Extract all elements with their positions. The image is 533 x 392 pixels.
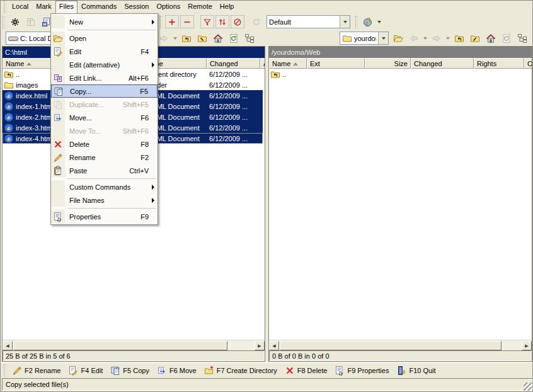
menu-item-delete[interactable]: DeleteF8: [51, 137, 158, 151]
filter-button[interactable]: [200, 15, 214, 28]
menu-item-new[interactable]: New: [51, 15, 158, 28]
sort-ascending-icon: [293, 62, 298, 66]
move-icon: [157, 366, 167, 376]
home-directory-button[interactable]: [483, 32, 498, 45]
bottombar-f4-edit[interactable]: F4 Edit: [64, 364, 106, 378]
back-arrow-dropdown[interactable]: [421, 32, 428, 45]
new-session-dropdown[interactable]: [375, 15, 382, 29]
menu-item-custom-commands[interactable]: Custom Commands: [51, 180, 158, 193]
session-combo[interactable]: Default: [266, 15, 350, 28]
root-directory-local-button[interactable]: [195, 32, 209, 45]
select-plus-button[interactable]: [165, 15, 179, 28]
menubar-item-options[interactable]: Options: [152, 1, 184, 13]
bottombar-f8-delete[interactable]: F8 Delete: [281, 364, 331, 378]
remote-directory-combo[interactable]: yourdoma: [340, 32, 389, 45]
resize-grip[interactable]: [524, 383, 532, 391]
menu-item-move[interactable]: Move...F6: [51, 111, 158, 124]
remote-path-bar[interactable]: /yourdoma/Web: [269, 47, 532, 58]
column-header-attr[interactable]: Attr: [260, 58, 265, 69]
refresh-icon: [229, 33, 239, 43]
menu-item-copy[interactable]: Copy...F5: [51, 84, 158, 98]
menu-item-file-names[interactable]: File Names: [51, 193, 158, 207]
column-header-rights[interactable]: Rights: [474, 58, 524, 69]
column-header-changed[interactable]: Changed: [411, 58, 474, 69]
directory-tree-button[interactable]: [242, 32, 256, 45]
bottombar-f5-copy[interactable]: F5 Copy: [106, 364, 153, 378]
column-header-name[interactable]: Name: [269, 58, 307, 69]
scroll-right-button[interactable]: ▶: [255, 341, 265, 350]
toolbar-grip[interactable]: [355, 16, 358, 28]
new-session-button[interactable]: [360, 15, 375, 29]
directory-tree-button[interactable]: [515, 32, 529, 45]
menubar-item-help[interactable]: Help: [216, 1, 238, 13]
scroll-thumb[interactable]: [280, 341, 501, 350]
forward-arrow-button[interactable]: [156, 32, 171, 45]
synchronize-selection-button[interactable]: [215, 15, 229, 28]
menubar-item-local[interactable]: Local: [8, 1, 32, 13]
menubar-item-commands[interactable]: Commands: [77, 1, 120, 13]
toolbar-grip[interactable]: [3, 16, 5, 28]
file-name: index-4.html: [16, 135, 54, 142]
open-directory-button[interactable]: [391, 32, 405, 45]
root-directory-remote-button[interactable]: [467, 32, 482, 45]
preferences-gear-button[interactable]: [8, 15, 22, 29]
function-key-buttons: F2 RenameF4 EditF5 CopyF6 MoveF7 Create …: [8, 364, 440, 378]
file-row-..[interactable]: ..: [269, 69, 524, 79]
remote-status-text: 0 B of 0 B in 0 of 0: [272, 352, 330, 360]
toolbar-grip[interactable]: [4, 364, 6, 377]
menu-item-edit-alternative[interactable]: Edit (alternative): [51, 58, 158, 71]
menubar-item-mark[interactable]: Mark: [32, 1, 55, 13]
column-header-size[interactable]: Size: [365, 58, 411, 69]
forward-arrow-dropdown[interactable]: [171, 32, 178, 45]
bottombar-f9-properties[interactable]: F9 Properties: [331, 364, 393, 378]
menu-item-rename[interactable]: RenameF2: [51, 151, 158, 164]
scroll-left-button[interactable]: ◀: [269, 341, 279, 350]
home-directory-icon: [486, 33, 496, 43]
file-name: index-1.html: [16, 103, 54, 110]
local-hscrollbar[interactable]: ◀ ▶: [3, 340, 265, 350]
unselect-minus-button[interactable]: [180, 15, 194, 28]
menu-item-edit-link[interactable]: Edit Link...Alt+F6: [51, 71, 158, 84]
menubar-grip[interactable]: [4, 1, 6, 13]
menubar-item-files[interactable]: Files: [55, 1, 77, 13]
local-nav-buttons: [156, 32, 257, 45]
bottombar-f7-create-directory[interactable]: F7 Create Directory: [200, 364, 281, 378]
unselect-all-button[interactable]: [231, 15, 244, 28]
scroll-right-button[interactable]: ▶: [522, 341, 532, 350]
cell-changed: 6/12/2009 ...: [207, 90, 260, 101]
column-header-changed[interactable]: Changed: [207, 58, 260, 69]
remote-directory-combo-dropdown[interactable]: [378, 32, 388, 44]
session-combo-dropdown[interactable]: [340, 16, 350, 28]
column-header-name[interactable]: Name: [3, 58, 58, 69]
menu-bar: LocalMarkFilesCommandsSessionOptionsRemo…: [1, 1, 532, 13]
column-header-owner[interactable]: Owner: [524, 58, 532, 69]
menu-item-open[interactable]: Open: [51, 32, 158, 45]
forward-arrow-button[interactable]: [429, 32, 444, 45]
refresh-button[interactable]: [499, 32, 513, 45]
menubar-item-session[interactable]: Session: [120, 1, 152, 13]
refresh-button[interactable]: [226, 32, 241, 45]
menu-item-paste[interactable]: PasteCtrl+V: [51, 164, 158, 177]
restore-selection-button[interactable]: [249, 15, 263, 28]
parent-directory-button[interactable]: [452, 32, 466, 45]
home-directory-icon: [213, 33, 223, 43]
status-bar: Copy selected file(s): [2, 378, 532, 391]
menu-item-properties[interactable]: PropertiesF9: [51, 210, 158, 223]
html-file-icon: e: [4, 101, 14, 112]
remote-hscrollbar[interactable]: ◀ ▶: [269, 340, 532, 350]
parent-directory-button[interactable]: [179, 32, 193, 45]
scroll-thumb[interactable]: [13, 341, 227, 350]
bottombar-f6-move[interactable]: F6 Move: [153, 364, 200, 378]
toolbar-group-config: [1, 14, 54, 29]
queue-button[interactable]: [23, 15, 38, 29]
bottombar-f10-quit[interactable]: F10 Quit: [393, 364, 439, 378]
forward-arrow-dropdown[interactable]: [444, 32, 451, 45]
menu-item-edit[interactable]: EditF4: [51, 45, 158, 58]
menubar-item-remote[interactable]: Remote: [184, 1, 216, 13]
back-arrow-button[interactable]: [406, 32, 421, 45]
toolbar-grip[interactable]: [160, 16, 163, 28]
bottombar-f2-rename[interactable]: F2 Rename: [8, 364, 64, 378]
column-header-ext[interactable]: Ext: [307, 58, 365, 69]
home-directory-button[interactable]: [210, 32, 225, 45]
scroll-left-button[interactable]: ◀: [3, 341, 13, 350]
